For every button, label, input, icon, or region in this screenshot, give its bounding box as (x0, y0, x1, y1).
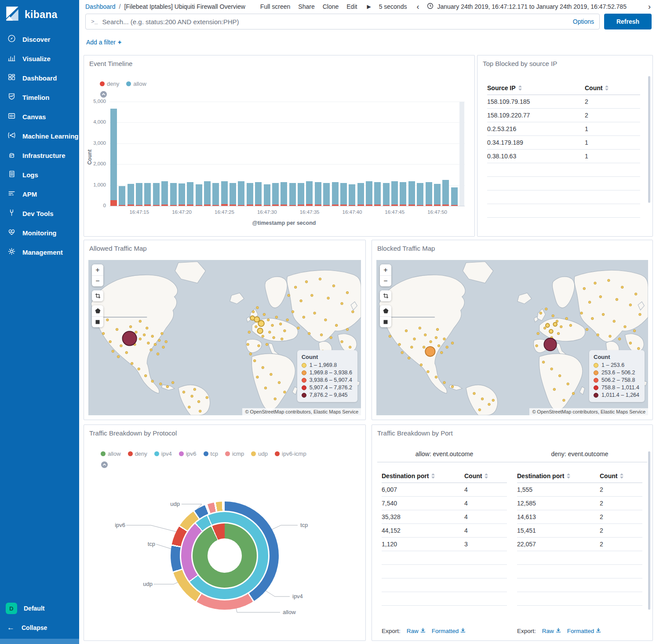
bar-deny[interactable] (230, 205, 236, 206)
bar-allow[interactable] (408, 181, 415, 205)
timeline-chart[interactable]: 01,0002,0003,0004,0005,00016:47:1516:47:… (84, 99, 474, 236)
column-header[interactable]: Destination port (382, 472, 464, 479)
kibana-logo[interactable]: kibana (0, 0, 79, 29)
sidebar-item-machine-learning[interactable]: Machine Learning (0, 126, 79, 146)
bar-allow[interactable] (247, 183, 253, 205)
draw-polygon-icon[interactable] (92, 305, 103, 316)
export-raw-link[interactable]: Raw (407, 628, 426, 634)
bar-deny[interactable] (315, 205, 321, 206)
bar-allow[interactable] (161, 181, 168, 205)
column-header[interactable]: Count (585, 84, 640, 91)
add-filter-link[interactable]: Add a filter+ (86, 39, 121, 46)
refresh-button[interactable]: Refresh (604, 14, 652, 29)
column-header[interactable]: Destination port (517, 472, 600, 479)
sidebar-item-monitoring[interactable]: Monitoring (0, 223, 79, 242)
bar-deny[interactable] (357, 205, 364, 206)
column-header[interactable]: Count (464, 472, 507, 479)
bar-allow[interactable] (442, 180, 449, 205)
bar-deny[interactable] (128, 205, 134, 206)
bar-allow[interactable] (119, 186, 125, 205)
bar-deny[interactable] (349, 205, 355, 206)
bar-deny[interactable] (298, 205, 304, 206)
bar-deny[interactable] (144, 205, 151, 206)
export-formatted-link[interactable]: Formatted (432, 628, 466, 634)
bar-allow[interactable] (366, 181, 372, 205)
bar-allow[interactable] (281, 182, 287, 205)
scrollbar[interactable] (648, 76, 650, 203)
bar-allow[interactable] (179, 183, 185, 205)
bar-deny[interactable] (417, 205, 423, 206)
sidebar-item-canvas[interactable]: Canvas (0, 107, 79, 126)
bar-allow[interactable] (391, 181, 398, 205)
bar-allow[interactable] (400, 182, 406, 205)
column-header[interactable]: Count (600, 472, 642, 479)
bar-deny[interactable] (221, 204, 228, 206)
bar-deny[interactable] (281, 205, 287, 206)
bar-allow[interactable] (255, 182, 262, 205)
bar-deny[interactable] (238, 205, 244, 206)
bar-allow[interactable] (272, 183, 279, 205)
column-header[interactable]: Source IP (487, 84, 585, 91)
bar-deny[interactable] (204, 205, 211, 206)
sidebar-item-management[interactable]: Management (0, 242, 79, 262)
bar-deny[interactable] (442, 205, 449, 206)
bar-allow[interactable] (196, 184, 202, 205)
menu-item-clone[interactable]: Clone (323, 3, 339, 10)
sidebar-item-discover[interactable]: Discover (0, 29, 79, 49)
zoom-in-button[interactable]: + (92, 264, 103, 275)
scrollbar[interactable] (648, 451, 650, 610)
bar-deny[interactable] (272, 205, 279, 206)
bar-allow[interactable] (374, 182, 381, 205)
menu-item-edit[interactable]: Edit (346, 3, 357, 10)
space-switcher-default[interactable]: D Default (0, 598, 79, 618)
zoom-out-button[interactable]: − (380, 275, 391, 286)
export-formatted-link[interactable]: Formatted (567, 628, 601, 634)
bar-allow[interactable] (221, 181, 228, 205)
bar-allow[interactable] (306, 181, 313, 205)
bar-deny[interactable] (306, 204, 313, 206)
collapse-button[interactable]: ← Collapse (0, 618, 79, 637)
menu-item-share[interactable]: Share (298, 3, 314, 10)
bar-allow[interactable] (323, 183, 330, 205)
bar-allow[interactable] (230, 183, 236, 205)
bar-deny[interactable] (247, 205, 253, 206)
bar-allow[interactable] (204, 181, 211, 205)
legend-item-deny[interactable]: deny (100, 80, 119, 87)
bar-allow[interactable] (434, 184, 441, 204)
bar-deny[interactable] (187, 205, 193, 206)
bar-allow[interactable] (170, 183, 177, 205)
sidebar-item-logs[interactable]: Logs (0, 165, 79, 184)
search-input[interactable] (102, 18, 569, 26)
breadcrumb-dashboard-link[interactable]: Dashboard (85, 3, 116, 10)
allowed-map-canvas[interactable]: + − (88, 260, 361, 415)
bar-allow[interactable] (187, 182, 193, 205)
bar-allow[interactable] (451, 187, 458, 205)
draw-rectangle-icon[interactable] (92, 316, 103, 327)
bar-allow[interactable] (417, 183, 423, 205)
legend-toggle-icon[interactable] (100, 91, 107, 98)
bar-allow[interactable] (426, 182, 432, 205)
bar-deny[interactable] (426, 205, 432, 206)
draw-polygon-icon[interactable] (380, 305, 391, 316)
bar-deny[interactable] (264, 205, 270, 206)
bar-allow[interactable] (349, 184, 355, 205)
time-forward-icon[interactable]: › (648, 3, 651, 11)
bar-deny[interactable] (179, 205, 185, 206)
bar-deny[interactable] (255, 205, 262, 206)
bar-deny[interactable] (136, 205, 142, 206)
time-range-picker[interactable]: January 24th 2019, 16:47:12.171 to Janua… (427, 3, 626, 11)
sidebar-item-dashboard[interactable]: Dashboard (0, 68, 79, 88)
bar-allow[interactable] (289, 183, 296, 205)
sidebar-item-visualize[interactable]: Visualize (0, 49, 79, 68)
bar-allow[interactable] (128, 184, 134, 205)
bar-allow[interactable] (383, 183, 390, 205)
sidebar-item-dev-tools[interactable]: Dev Tools (0, 204, 79, 223)
bar-deny[interactable] (366, 205, 372, 206)
sidebar-item-timelion[interactable]: Timelion (0, 88, 79, 107)
zoom-out-button[interactable]: − (92, 275, 103, 286)
blocked-map-canvas[interactable]: + − (376, 260, 648, 415)
bar-deny[interactable] (110, 200, 117, 206)
bar-deny[interactable] (196, 205, 202, 206)
bar-deny[interactable] (289, 205, 296, 206)
fit-bounds-icon[interactable] (380, 290, 391, 301)
